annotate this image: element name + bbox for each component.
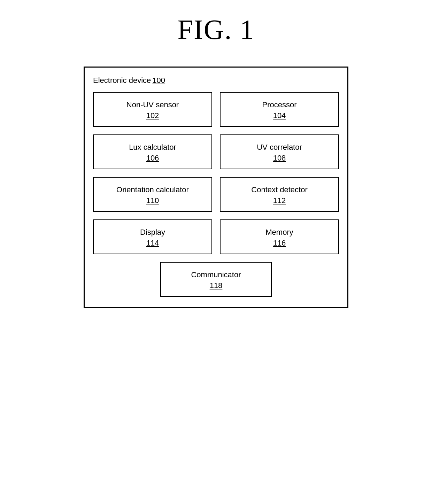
communicator-label: Communicator <box>191 270 241 280</box>
row-3: Orientation calculator 110 Context detec… <box>93 177 339 212</box>
processor-label: Processor <box>262 100 296 110</box>
row-4: Display 114 Memory 116 <box>93 219 339 254</box>
orientation-calculator-label: Orientation calculator <box>116 185 189 195</box>
orientation-calculator-box: Orientation calculator 110 <box>93 177 212 212</box>
uv-correlator-box: UV correlator 108 <box>220 134 339 169</box>
display-box: Display 114 <box>93 219 212 254</box>
non-uv-sensor-box: Non-UV sensor 102 <box>93 92 212 127</box>
orientation-calculator-number: 110 <box>146 196 159 205</box>
uv-correlator-label: UV correlator <box>257 142 302 153</box>
context-detector-label: Context detector <box>251 185 307 195</box>
processor-box: Processor 104 <box>220 92 339 127</box>
communicator-box: Communicator 118 <box>160 262 272 297</box>
context-detector-box: Context detector 112 <box>220 177 339 212</box>
row-1: Non-UV sensor 102 Processor 104 <box>93 92 339 127</box>
memory-number: 116 <box>273 239 286 248</box>
context-detector-number: 112 <box>273 196 286 205</box>
device-label-number: 100 <box>152 76 165 85</box>
display-label: Display <box>140 227 165 238</box>
row-2: Lux calculator 106 UV correlator 108 <box>93 134 339 169</box>
communicator-number: 118 <box>210 281 223 290</box>
figure-title: FIG. 1 <box>178 14 255 46</box>
display-number: 114 <box>146 239 159 248</box>
electronic-device-container: Electronic device 100 Non-UV sensor 102 … <box>84 67 348 308</box>
memory-box: Memory 116 <box>220 219 339 254</box>
row-5: Communicator 118 <box>93 262 339 297</box>
lux-calculator-number: 106 <box>146 154 159 163</box>
device-label-text: Electronic device <box>93 76 151 85</box>
processor-number: 104 <box>273 111 286 120</box>
device-label: Electronic device 100 <box>93 76 339 85</box>
memory-label: Memory <box>265 227 293 238</box>
non-uv-sensor-label: Non-UV sensor <box>126 100 179 110</box>
non-uv-sensor-number: 102 <box>146 111 159 120</box>
lux-calculator-label: Lux calculator <box>129 142 176 153</box>
uv-correlator-number: 108 <box>273 154 286 163</box>
lux-calculator-box: Lux calculator 106 <box>93 134 212 169</box>
